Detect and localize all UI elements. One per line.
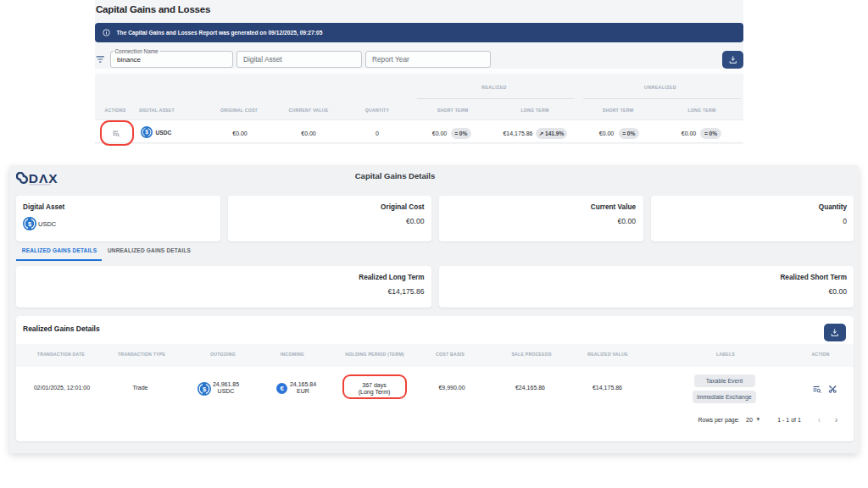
svg-text:$: $ [145,129,148,136]
svg-text:DΛX: DΛX [28,172,58,186]
svg-text:€: € [280,385,284,392]
